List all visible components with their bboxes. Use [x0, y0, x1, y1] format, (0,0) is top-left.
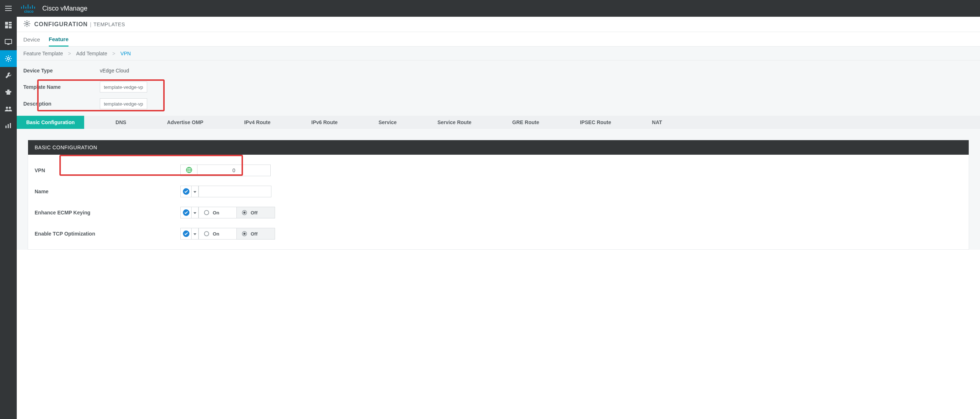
svg-line-26: [10, 56, 11, 57]
svg-rect-31: [10, 123, 11, 128]
check-circle-icon: [183, 210, 189, 216]
sidebar-item-administration[interactable]: [0, 100, 17, 117]
svg-line-37: [25, 21, 25, 22]
tcp-scope-dropdown[interactable]: [180, 228, 199, 240]
ecmp-off-option[interactable]: Off: [237, 207, 275, 218]
svg-line-39: [25, 25, 25, 26]
svg-rect-13: [9, 24, 12, 25]
tcp-label: Enable TCP Optimization: [35, 231, 180, 236]
svg-rect-15: [9, 26, 12, 29]
crumb-sep: >: [112, 51, 115, 56]
ecmp-off-label: Off: [251, 210, 258, 216]
radio-icon: [204, 210, 209, 215]
svg-line-38: [29, 25, 29, 26]
row-tcp: Enable TCP Optimization On: [28, 223, 969, 244]
svg-rect-30: [8, 124, 9, 128]
template-desc-row: Description: [17, 95, 980, 112]
sidebar-item-maintenance[interactable]: [0, 84, 17, 100]
section-tab-nat[interactable]: NAT: [643, 116, 672, 129]
section-tab-service[interactable]: Service: [369, 116, 406, 129]
crumb-add-template[interactable]: Add Template: [76, 51, 107, 56]
svg-point-18: [7, 57, 10, 60]
name-scope-dropdown[interactable]: [180, 186, 199, 197]
section-tab-basic[interactable]: Basic Configuration: [17, 116, 84, 129]
section-tab-serviceroute[interactable]: Service Route: [428, 116, 481, 129]
check-circle-icon: [183, 188, 189, 195]
sidebar-item-dashboard[interactable]: [0, 17, 17, 33]
svg-rect-16: [5, 39, 12, 44]
subtabs-bar: Device Feature: [17, 32, 980, 47]
section-tab-ipv4[interactable]: IPv4 Route: [235, 116, 280, 129]
vpn-value-group: 0: [180, 165, 271, 176]
device-type-row: Device Type vEdge Cloud: [17, 60, 980, 79]
svg-point-28: [9, 107, 11, 109]
check-circle-icon: [183, 230, 189, 237]
ecmp-scope-dropdown[interactable]: [180, 207, 199, 218]
row-vpn: VPN 0: [28, 160, 969, 181]
row-ecmp: Enhance ECMP Keying On: [28, 202, 969, 223]
gear-icon: [23, 20, 30, 29]
device-type-value: vEdge Cloud: [100, 68, 129, 73]
section-tab-omp[interactable]: Advertise OMP: [158, 116, 213, 129]
ecmp-on-option[interactable]: On: [199, 207, 237, 218]
section-tab-gre[interactable]: GRE Route: [503, 116, 549, 129]
section-tabs: Basic Configuration DNS Advertise OMP IP…: [17, 116, 980, 129]
page-subtitle: TEMPLATES: [94, 21, 125, 27]
crumb-feature-template[interactable]: Feature Template: [23, 51, 63, 56]
left-sidebar: [0, 17, 17, 419]
basic-config-panel: BASIC CONFIGURATION VPN 0: [28, 140, 969, 250]
svg-line-23: [6, 56, 7, 57]
name-label: Name: [35, 189, 180, 194]
breadcrumb: Feature Template > Add Template > VPN: [17, 47, 980, 60]
name-input[interactable]: [199, 186, 271, 197]
section-tab-dns[interactable]: DNS: [106, 116, 136, 129]
svg-line-40: [29, 21, 29, 22]
ecmp-label: Enhance ECMP Keying: [35, 210, 180, 216]
tcp-on-label: On: [213, 231, 219, 236]
template-name-input[interactable]: [100, 81, 147, 92]
subtab-feature[interactable]: Feature: [49, 36, 68, 47]
sidebar-item-analytics[interactable]: [0, 117, 17, 134]
ecmp-on-label: On: [213, 210, 219, 216]
svg-point-27: [6, 107, 8, 109]
globe-icon: [186, 167, 192, 175]
tcp-on-option[interactable]: On: [199, 228, 237, 239]
sidebar-item-tools[interactable]: [0, 67, 17, 84]
svg-line-24: [10, 60, 11, 61]
svg-point-32: [26, 22, 28, 25]
title-divider: |: [90, 21, 91, 27]
template-name-row: Template Name: [17, 79, 980, 95]
page-header: CONFIGURATION | TEMPLATES: [17, 17, 980, 32]
radio-icon: [204, 231, 209, 236]
section-tab-ipsec[interactable]: IPSEC Route: [571, 116, 621, 129]
caret-down-icon: [193, 189, 196, 194]
crumb-vpn: VPN: [120, 51, 131, 56]
page-title: CONFIGURATION: [34, 21, 88, 28]
tcp-off-label: Off: [251, 231, 258, 236]
section-tab-ipv6[interactable]: IPv6 Route: [302, 116, 347, 129]
ecmp-radio-group: On Off: [199, 207, 275, 218]
caret-down-icon: [193, 231, 196, 236]
row-name: Name: [28, 181, 969, 202]
template-name-label: Template Name: [23, 84, 100, 90]
cisco-logo-icon: cisco: [21, 3, 37, 13]
device-type-label: Device Type: [23, 68, 100, 73]
svg-rect-11: [5, 22, 8, 25]
template-desc-input[interactable]: [100, 98, 147, 109]
tcp-off-option[interactable]: Off: [237, 228, 275, 239]
sidebar-item-configuration[interactable]: [0, 50, 17, 67]
crumb-sep: >: [68, 51, 71, 56]
sidebar-item-monitor[interactable]: [0, 33, 17, 50]
hamburger-menu-button[interactable]: [0, 0, 17, 17]
svg-rect-14: [5, 25, 8, 29]
radio-icon: [242, 231, 247, 236]
vpn-value[interactable]: 0: [197, 165, 270, 176]
product-name: Cisco vManage: [42, 5, 88, 13]
svg-rect-29: [5, 125, 6, 128]
panel-title: BASIC CONFIGURATION: [28, 140, 969, 155]
vpn-label: VPN: [35, 167, 180, 173]
template-desc-label: Description: [23, 101, 100, 107]
subtab-device[interactable]: Device: [23, 37, 40, 46]
hamburger-icon: [5, 6, 12, 11]
scope-globe-button[interactable]: [181, 165, 197, 176]
